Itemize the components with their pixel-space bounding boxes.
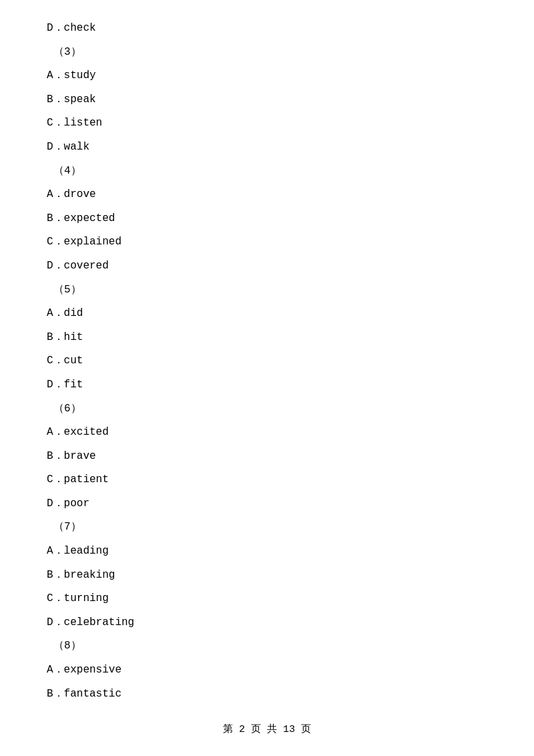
- answer-option: B．speak: [47, 91, 487, 109]
- answer-option: C．cut: [47, 353, 487, 370]
- answer-option: A．drove: [47, 186, 487, 204]
- answer-option: C．listen: [47, 115, 487, 132]
- section-number: （8）: [53, 638, 487, 655]
- main-content: D．check（3）A．studyB．speakC．listenD．walk（4…: [47, 20, 487, 703]
- page-footer: 第 2 页 共 13 页: [47, 723, 487, 735]
- answer-option: D．celebrating: [47, 614, 487, 632]
- answer-option: B．breaking: [47, 567, 487, 584]
- answer-option: A．did: [47, 305, 487, 323]
- answer-option: D．poor: [47, 496, 487, 513]
- section-number: （4）: [53, 163, 487, 180]
- section-number: （6）: [53, 401, 487, 418]
- section-number: （3）: [53, 44, 487, 61]
- answer-option: B．fantastic: [47, 686, 487, 703]
- answer-option: B．brave: [47, 448, 487, 465]
- answer-option: A．excited: [47, 424, 487, 441]
- answer-option: C．turning: [47, 590, 487, 608]
- answer-option: C．patient: [47, 471, 487, 489]
- answer-option: B．expected: [47, 210, 487, 228]
- answer-option: A．expensive: [47, 662, 487, 679]
- answer-option: D．fit: [47, 377, 487, 394]
- answer-option: B．hit: [47, 329, 487, 347]
- answer-option: D．walk: [47, 139, 487, 156]
- section-number: （7）: [53, 519, 487, 536]
- section-number: （5）: [53, 282, 487, 299]
- answer-option: A．study: [47, 67, 487, 85]
- answer-option: C．explained: [47, 234, 487, 251]
- answer-option: A．leading: [47, 543, 487, 560]
- answer-option: D．covered: [47, 258, 487, 275]
- answer-option: D．check: [47, 20, 487, 37]
